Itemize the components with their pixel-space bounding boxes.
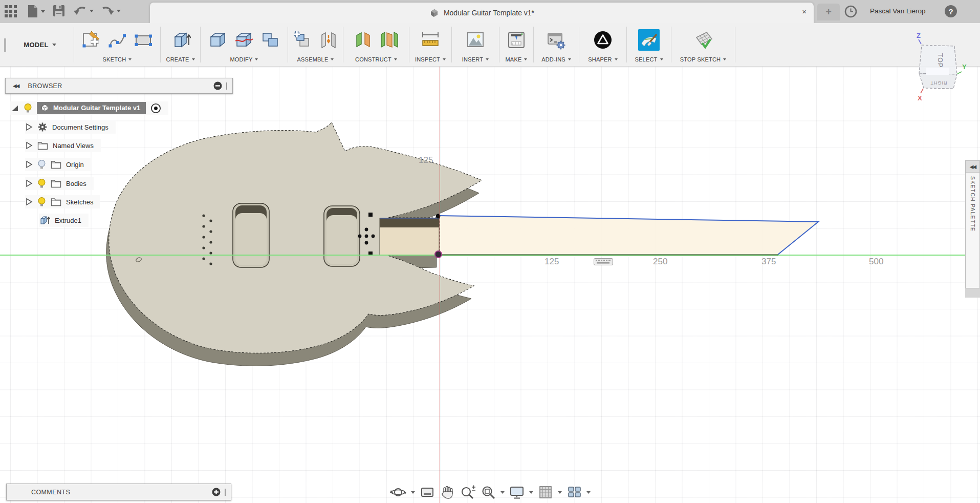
group-label-select[interactable]: SELECT: [635, 56, 663, 62]
group-label-make[interactable]: MAKE: [506, 56, 528, 62]
browser-collapse-icon[interactable]: ◀◀: [13, 83, 18, 89]
root-document-label[interactable]: Modular Guitar Template v1: [37, 102, 146, 114]
palette-expand-icon[interactable]: ◀◀: [970, 164, 975, 170]
workspace-selector[interactable]: MODEL: [6, 23, 74, 66]
rectangle-tool-icon[interactable]: [133, 30, 154, 50]
group-caret-icon: [615, 58, 618, 60]
orbit-tool-icon[interactable]: [390, 485, 406, 500]
display-caret-icon[interactable]: [529, 491, 533, 494]
save-button[interactable]: [53, 5, 65, 17]
combine-icon[interactable]: [260, 30, 280, 50]
keyboard-input-icon[interactable]: [594, 258, 613, 265]
collapsed-triangle-icon[interactable]: [25, 160, 33, 169]
tree-item-label: Origin: [66, 161, 84, 169]
group-label-inspect[interactable]: INSPECT: [415, 56, 446, 62]
group-label-modify[interactable]: MODIFY: [230, 56, 258, 62]
collapsed-triangle-icon[interactable]: [25, 179, 33, 187]
select-tool-icon[interactable]: [638, 29, 660, 51]
grid-settings-icon[interactable]: [538, 485, 553, 500]
undo-caret-icon[interactable]: [90, 10, 94, 12]
visibility-bulb-off-icon[interactable]: [37, 159, 46, 170]
visibility-bulb-on-icon[interactable]: [24, 103, 32, 114]
group-caret-icon: [443, 58, 446, 60]
viewports-caret-icon[interactable]: [586, 491, 591, 494]
orbit-caret-icon[interactable]: [411, 491, 415, 494]
midplane-icon[interactable]: [379, 30, 400, 50]
file-menu-button[interactable]: [27, 5, 45, 18]
app-grid-icon[interactable]: [4, 5, 17, 18]
group-label-create[interactable]: CREATE: [166, 56, 194, 62]
tree-row-root[interactable]: Modular Guitar Template v1: [10, 101, 168, 115]
spline-tool-icon[interactable]: [107, 30, 127, 50]
group-label-stop-sketch[interactable]: STOP SKETCH: [680, 56, 726, 62]
group-caret-icon: [486, 58, 489, 60]
recent-clock-icon[interactable]: [844, 5, 857, 18]
tree-item-label: Bodies: [66, 180, 86, 187]
collapsed-triangle-icon[interactable]: [25, 198, 33, 206]
scripts-addins-icon[interactable]: [546, 30, 567, 50]
comments-panel-header[interactable]: COMMENTS: [6, 484, 231, 500]
joint-icon[interactable]: [318, 30, 339, 50]
tree-row-extrude1[interactable]: Extrude1: [39, 214, 89, 227]
3d-print-icon[interactable]: [506, 30, 527, 50]
shaper-icon[interactable]: [593, 30, 613, 50]
fit-tool-icon[interactable]: [481, 485, 496, 500]
press-pull-icon[interactable]: [208, 30, 228, 50]
redo-button[interactable]: [100, 5, 121, 17]
redo-caret-icon[interactable]: [117, 10, 121, 12]
tab-close-icon[interactable]: ×: [802, 7, 807, 16]
browser-panel-header[interactable]: ◀◀ BROWSER: [5, 78, 233, 94]
stop-sketch-icon[interactable]: [692, 30, 714, 50]
model-scene[interactable]: [0, 67, 980, 503]
viewports-icon[interactable]: [567, 485, 582, 500]
new-tab-button[interactable]: +: [817, 4, 840, 20]
group-label-assemble[interactable]: ASSEMBLE: [297, 56, 334, 62]
browser-header-grip[interactable]: [226, 82, 227, 90]
split-body-icon[interactable]: [234, 30, 254, 50]
group-label-insert[interactable]: INSERT: [462, 56, 489, 62]
grid-caret-icon[interactable]: [558, 491, 562, 494]
document-tab[interactable]: Modular Guitar Template v1* ×: [150, 3, 814, 23]
tree-row-sketches[interactable]: Sketches: [25, 195, 100, 208]
comments-expand-icon[interactable]: [212, 488, 221, 496]
undo-button[interactable]: [73, 5, 94, 17]
tree-row-document-settings[interactable]: Document Settings: [25, 120, 116, 134]
create-sketch-icon[interactable]: [81, 30, 101, 50]
zoom-tool-icon[interactable]: [460, 485, 476, 500]
user-name[interactable]: Pascal Van Lierop: [870, 7, 926, 15]
tree-row-origin[interactable]: Origin: [25, 158, 91, 171]
browser-minimize-icon[interactable]: [213, 81, 222, 90]
expanded-triangle-icon[interactable]: [10, 104, 19, 113]
offset-plane-icon[interactable]: [353, 30, 374, 50]
sketch-origin-point[interactable]: [434, 250, 442, 258]
new-component-icon[interactable]: [292, 30, 313, 50]
tree-row-bodies[interactable]: Bodies: [25, 177, 94, 190]
pickup-cavity-2[interactable]: [324, 206, 360, 266]
activate-radio-icon[interactable]: [150, 103, 161, 114]
look-at-tool-icon[interactable]: [420, 485, 435, 500]
visibility-bulb-on-icon[interactable]: [37, 178, 46, 189]
measure-icon[interactable]: [420, 30, 441, 50]
collapsed-triangle-icon[interactable]: [25, 141, 33, 150]
view-cube[interactable]: TOP RIGHT Z Y X: [911, 31, 975, 120]
insert-image-icon[interactable]: [465, 30, 486, 50]
group-label-sketch[interactable]: SKETCH: [103, 56, 132, 62]
neck-sketch-profile[interactable]: [380, 216, 818, 255]
neck-pocket[interactable]: [380, 218, 439, 255]
viewport-canvas[interactable]: 125 250 375 500 125 ◀◀ BROWSER: [0, 67, 980, 503]
group-label-construct[interactable]: CONSTRUCT: [355, 56, 397, 62]
sketch-palette-collapsed[interactable]: ◀◀ SKETCH PALETTE: [965, 160, 980, 288]
display-settings-icon[interactable]: [509, 485, 525, 500]
pickup-cavity-1[interactable]: [233, 203, 269, 267]
tree-row-named-views[interactable]: Named Views: [25, 139, 101, 152]
group-label-addins[interactable]: ADD-INS: [541, 56, 571, 62]
group-label-shaper[interactable]: SHAPER: [588, 56, 617, 62]
comments-header-grip[interactable]: [225, 489, 226, 496]
help-button[interactable]: ?: [945, 5, 957, 17]
toolbar-group-modify: MODIFY: [201, 23, 288, 66]
collapsed-triangle-icon[interactable]: [25, 123, 33, 131]
pan-tool-icon[interactable]: [440, 485, 455, 500]
fit-caret-icon[interactable]: [500, 491, 505, 494]
extrude-icon[interactable]: [170, 30, 191, 50]
visibility-bulb-on-icon[interactable]: [37, 197, 46, 207]
